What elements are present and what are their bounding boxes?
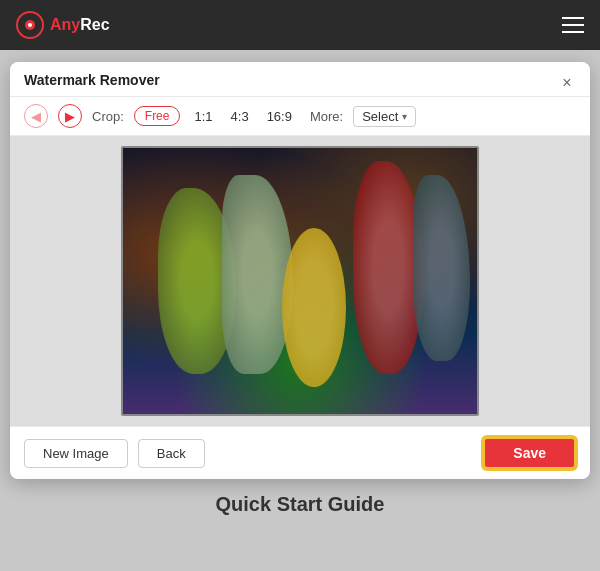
new-image-button[interactable]: New Image: [24, 439, 128, 468]
save-button[interactable]: Save: [483, 437, 576, 469]
svg-point-2: [28, 23, 32, 27]
select-label: Select: [362, 109, 398, 124]
redo-icon: ▶: [65, 109, 75, 124]
logo-text: AnyRec: [50, 16, 110, 34]
close-button[interactable]: ×: [556, 72, 578, 94]
main-area: Watermark Remover × ◀ ▶ Crop: Free 1:1 4…: [0, 50, 600, 571]
crop-label: Crop:: [92, 109, 124, 124]
crop-1-1-option[interactable]: 1:1: [190, 107, 216, 126]
quick-start-guide-title: Quick Start Guide: [216, 493, 385, 516]
undo-button[interactable]: ◀: [24, 104, 48, 128]
crop-free-button[interactable]: Free: [134, 106, 181, 126]
crop-4-3-option[interactable]: 4:3: [227, 107, 253, 126]
dialog-footer: New Image Back Save: [10, 426, 590, 479]
anyrec-logo-icon: [16, 11, 44, 39]
hamburger-menu-icon[interactable]: [562, 17, 584, 33]
toolbar: ◀ ▶ Crop: Free 1:1 4:3 16:9 More: Select…: [10, 97, 590, 136]
undo-icon: ◀: [31, 109, 41, 124]
image-overlay: [123, 148, 477, 414]
redo-button[interactable]: ▶: [58, 104, 82, 128]
dialog-title: Watermark Remover: [24, 72, 576, 88]
select-dropdown[interactable]: Select ▾: [353, 106, 416, 127]
logo-area: AnyRec: [16, 11, 110, 39]
more-label: More:: [310, 109, 343, 124]
dialog-header: Watermark Remover ×: [10, 62, 590, 97]
image-preview: [121, 146, 479, 416]
crop-16-9-option[interactable]: 16:9: [263, 107, 296, 126]
watermark-remover-dialog: Watermark Remover × ◀ ▶ Crop: Free 1:1 4…: [10, 62, 590, 479]
image-container: [10, 136, 590, 426]
top-nav-bar: AnyRec: [0, 0, 600, 50]
back-button[interactable]: Back: [138, 439, 205, 468]
chevron-down-icon: ▾: [402, 111, 407, 122]
